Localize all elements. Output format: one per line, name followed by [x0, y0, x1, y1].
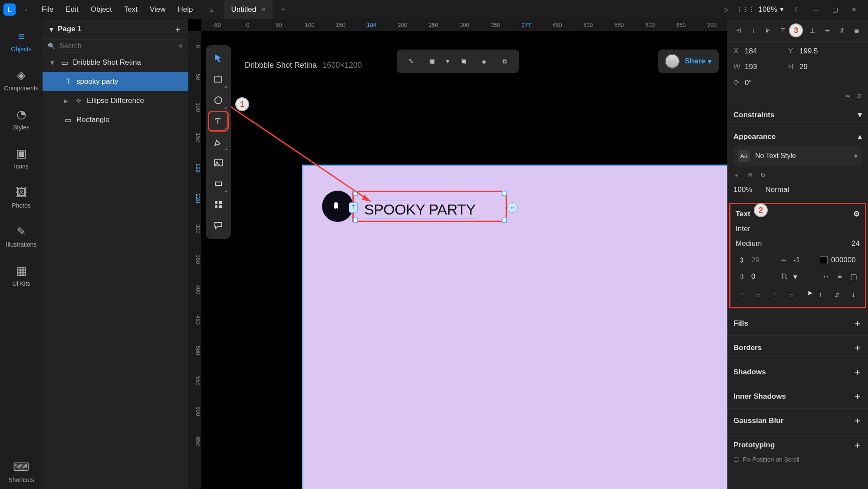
flip-v-icon[interactable]: ⇵ [857, 93, 862, 99]
canvas-text-element[interactable]: SPOOKY PARTY [364, 201, 476, 218]
prop-rotation[interactable]: 0° [745, 79, 788, 87]
canvas[interactable]: -50 0 50 100 150 184 200 250 300 350 377… [188, 19, 727, 489]
menu-text[interactable]: Text [119, 3, 143, 17]
user-avatar[interactable] [665, 54, 680, 69]
minimize-icon[interactable]: — [810, 3, 822, 16]
section-borders[interactable]: Borders＋ [727, 335, 868, 360]
comment-tool[interactable] [209, 216, 227, 235]
section-inner-shadows[interactable]: Inner Shadows＋ [727, 384, 868, 408]
clear-search-icon[interactable]: ✕ [178, 43, 183, 50]
selection-handle[interactable] [353, 191, 358, 196]
line-height[interactable]: 29 [751, 256, 760, 264]
ellipse-tool[interactable] [209, 91, 227, 109]
text-align-right-icon[interactable]: ≡ [769, 289, 781, 301]
menu-edit[interactable]: Edit [60, 3, 83, 17]
search-input[interactable] [59, 42, 174, 50]
distribute-v-icon[interactable]: ⇵ [836, 24, 848, 36]
maximize-icon[interactable]: ▢ [829, 3, 841, 16]
add-interaction-icon[interactable]: ＋ [853, 439, 862, 451]
new-tab-button[interactable]: ＋ [274, 6, 292, 13]
valign-top-icon[interactable]: ⤒ [815, 289, 827, 301]
chevron-right-icon[interactable]: ▸ [64, 96, 70, 106]
activity-illustrations[interactable]: ✎ Illustrations [4, 219, 39, 254]
activity-shortcuts[interactable]: ⌨ Shortcuts [4, 454, 39, 489]
text-settings-icon[interactable]: ⚙ [853, 209, 860, 218]
font-family[interactable]: Inter [736, 225, 750, 233]
selection-handle[interactable] [502, 218, 507, 223]
layer-text-selected[interactable]: T spooky party [43, 72, 188, 91]
flip-h-icon[interactable]: ⇋ [845, 93, 851, 99]
layer-rectangle[interactable]: ▭ Rectangle [43, 110, 188, 129]
activity-icons[interactable]: ▣ Icons [4, 141, 39, 175]
align-hcenter-icon[interactable]: ⫿ [747, 24, 760, 36]
detach-style-icon[interactable]: ⊘ [747, 172, 753, 179]
distribute-h-icon[interactable]: ⇥ [821, 24, 833, 36]
text-align-center-icon[interactable]: ≣ [752, 289, 764, 301]
chevron-down-icon[interactable]: ▾ [444, 52, 451, 70]
menu-help[interactable]: Help [173, 3, 198, 17]
letter-spacing[interactable]: -1 [793, 256, 800, 264]
prop-x[interactable]: 184 [745, 47, 788, 56]
prop-h[interactable]: 29 [799, 63, 843, 71]
section-constraints[interactable]: Constraints▾ [727, 104, 868, 126]
activity-photos[interactable]: 🖼 Photos [4, 180, 39, 215]
section-shadows[interactable]: Shadows＋ [727, 360, 868, 384]
add-page-icon[interactable]: ＋ [174, 24, 181, 34]
back-button[interactable]: ‹ [21, 4, 31, 15]
boolean-tool-icon[interactable]: ▦ [423, 52, 441, 70]
prop-y[interactable]: 199.5 [799, 47, 843, 56]
activity-styles[interactable]: ◔ Styles [4, 102, 39, 136]
home-button[interactable]: ⌂ [203, 1, 220, 18]
theme-toggle-icon[interactable]: ☾ [791, 3, 803, 16]
chevron-up-icon[interactable]: ▴ [858, 132, 862, 141]
add-style-icon[interactable]: ＋ [733, 172, 740, 179]
checkbox-unchecked-icon[interactable]: ☐ [733, 456, 739, 463]
add-blur-icon[interactable]: ＋ [853, 415, 862, 426]
add-shadow-icon[interactable]: ＋ [853, 366, 862, 378]
paragraph-spacing[interactable]: 0 [751, 272, 755, 281]
rectangle-tool[interactable] [209, 70, 227, 89]
reset-style-icon[interactable]: ↻ [760, 172, 766, 179]
text-tool[interactable]: T [209, 112, 227, 130]
blend-mode[interactable]: Normal [765, 185, 789, 194]
resize-fixed-icon[interactable]: ▢ [848, 271, 860, 283]
mask-tool-icon[interactable]: ▣ [454, 52, 472, 70]
text-align-justify-icon[interactable]: ≣ [785, 289, 797, 301]
activity-objects[interactable]: ≡ Objects [4, 23, 39, 58]
align-right-icon[interactable]: ⫸ [762, 24, 774, 36]
share-button[interactable]: Share ▾ [685, 57, 712, 66]
text-style-select[interactable]: Aa No Text Style ▾ [733, 146, 862, 165]
text-transform-icon[interactable]: Tt [778, 271, 790, 283]
add-fill-icon[interactable]: ＋ [853, 317, 862, 329]
autowidth-badge-icon[interactable]: ↔ [507, 202, 518, 213]
play-button[interactable]: ▷ [720, 3, 733, 16]
zoom-dropdown[interactable]: 108%▾ [759, 5, 784, 14]
document-tab[interactable]: Untitled × [224, 0, 273, 19]
add-inner-shadow-icon[interactable]: ＋ [853, 390, 862, 402]
layer-boolean[interactable]: ▸ ✧ Ellipse Difference [43, 91, 188, 110]
align-bottom-icon[interactable]: ⊥ [806, 24, 819, 36]
component-insert-tool[interactable] [209, 195, 227, 214]
select-tool[interactable] [209, 50, 227, 68]
menu-view[interactable]: View [145, 3, 171, 17]
page-header[interactable]: ▾ Page 1 ＋ [43, 19, 188, 39]
app-logo[interactable]: L [3, 3, 16, 16]
font-weight[interactable]: Medium [736, 239, 762, 248]
text-color-swatch[interactable] [820, 256, 828, 264]
tidy-icon[interactable]: ≣ [851, 24, 863, 36]
valign-bottom-icon[interactable]: ⤓ [848, 289, 860, 301]
chevron-down-icon[interactable]: ▾ [50, 58, 56, 67]
menu-file[interactable]: File [36, 3, 59, 17]
opacity-value[interactable]: 100% [733, 185, 752, 194]
resize-autoheight-icon[interactable]: ≡ [834, 271, 846, 283]
grid-menu-icon[interactable]: ⋮⋮⋮ [740, 3, 752, 16]
align-left-icon[interactable]: ⫷ [733, 24, 745, 36]
section-prototyping[interactable]: Prototyping＋ ☐ Fix Position on Scroll [727, 433, 868, 469]
edit-pencil-icon[interactable]: ✎ [402, 52, 420, 70]
selection-handle[interactable] [502, 191, 507, 196]
frame-tool[interactable] [209, 175, 227, 193]
resize-auto-icon[interactable]: ↔ [820, 271, 832, 283]
section-fills[interactable]: Fills＋ [727, 311, 868, 335]
close-window-icon[interactable]: ✕ [848, 3, 860, 16]
add-border-icon[interactable]: ＋ [853, 342, 862, 354]
